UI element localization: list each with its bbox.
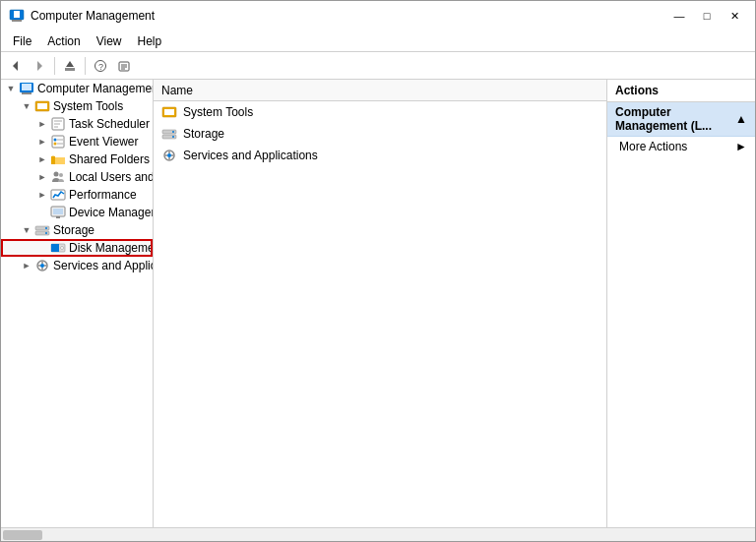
- list-system-tools-icon: [161, 104, 177, 120]
- main-content: ▼ Computer Management (Local ▼: [1, 80, 755, 527]
- svg-point-28: [59, 173, 63, 177]
- task-expander[interactable]: ►: [34, 116, 50, 132]
- menu-help[interactable]: Help: [130, 32, 170, 50]
- computer-icon: [19, 81, 34, 96]
- more-actions-arrow: ►: [735, 140, 747, 153]
- list-item-storage[interactable]: Storage: [154, 123, 606, 145]
- users-expander[interactable]: ►: [34, 169, 50, 185]
- device-expander: [34, 205, 50, 220]
- svg-rect-38: [51, 244, 59, 252]
- services-expander[interactable]: ►: [19, 258, 34, 273]
- svg-rect-43: [164, 109, 174, 115]
- svg-point-45: [172, 131, 174, 133]
- close-button[interactable]: ✕: [722, 6, 747, 26]
- actions-section-computer-mgmt[interactable]: Computer Management (L... ▲: [607, 102, 755, 137]
- shared-folders-icon: [50, 151, 66, 167]
- title-bar-left: Computer Management: [9, 8, 155, 24]
- device-manager-icon: [50, 205, 66, 220]
- svg-point-25: [54, 143, 57, 146]
- tree-event-viewer[interactable]: ► Event Viewer: [1, 133, 153, 151]
- menu-bar: File Action View Help: [1, 30, 755, 52]
- tree-disk-management[interactable]: Disk Management: [1, 239, 153, 257]
- svg-point-39: [61, 247, 64, 250]
- svg-rect-31: [56, 216, 60, 218]
- name-column-header[interactable]: Name: [158, 80, 453, 100]
- tree-shared-folders[interactable]: ► Shared Folders: [1, 151, 153, 168]
- svg-marker-3: [13, 61, 18, 71]
- actions-more-actions[interactable]: More Actions ►: [607, 137, 755, 156]
- tree-root[interactable]: ▼ Computer Management (Local: [1, 80, 153, 97]
- event-viewer-label: Event Viewer: [69, 135, 138, 149]
- tree-panel: ▼ Computer Management (Local ▼: [1, 80, 154, 527]
- tree-system-tools[interactable]: ▼ System Tools: [1, 97, 153, 115]
- svg-rect-14: [22, 92, 32, 94]
- tree-root-label: Computer Management (Local: [37, 82, 154, 95]
- svg-rect-32: [53, 209, 63, 214]
- svg-text:?: ?: [98, 62, 103, 72]
- menu-file[interactable]: File: [5, 32, 39, 50]
- performance-label: Performance: [69, 188, 137, 202]
- menu-action[interactable]: Action: [39, 32, 88, 50]
- disk-management-label: Disk Management: [69, 241, 154, 255]
- shared-expander[interactable]: ►: [34, 151, 50, 167]
- svg-point-47: [172, 136, 174, 138]
- actions-section-label: Computer Management (L...: [615, 105, 735, 133]
- tree-device-manager[interactable]: Device Manager: [1, 204, 153, 221]
- more-actions-label: More Actions: [619, 140, 687, 153]
- toolbar: ?: [1, 52, 755, 80]
- help2-button[interactable]: [113, 55, 135, 77]
- storage-expander[interactable]: ▼: [19, 222, 34, 238]
- scrollbar-thumb[interactable]: [3, 530, 42, 540]
- list-storage-label: Storage: [183, 127, 224, 141]
- list-item-services[interactable]: Services and Applications: [154, 145, 606, 166]
- actions-header: Actions: [607, 80, 755, 102]
- local-users-icon: [50, 169, 66, 185]
- minimize-button[interactable]: —: [666, 6, 692, 26]
- app-icon: [9, 8, 25, 24]
- svg-rect-17: [37, 103, 47, 109]
- tree-storage[interactable]: ▼ Storage: [1, 221, 153, 239]
- performance-icon: [50, 187, 66, 203]
- event-viewer-icon: [50, 134, 66, 150]
- toolbar-sep2: [85, 57, 86, 75]
- maximize-button[interactable]: □: [694, 6, 720, 26]
- svg-rect-5: [65, 68, 75, 71]
- disk-management-icon: [50, 240, 66, 256]
- tree-task-scheduler[interactable]: ► Task Scheduler: [1, 115, 153, 133]
- services-apps-label: Services and Applications: [53, 259, 154, 272]
- svg-rect-2: [14, 11, 20, 18]
- center-panel: Name System Tools: [154, 80, 607, 527]
- up-button[interactable]: [59, 55, 81, 77]
- task-scheduler-label: Task Scheduler: [69, 117, 150, 131]
- system-tools-icon: [34, 98, 50, 114]
- perf-expander[interactable]: ►: [34, 187, 50, 203]
- task-scheduler-icon: [50, 116, 66, 132]
- toolbar-sep1: [54, 57, 55, 75]
- root-expander[interactable]: ▼: [3, 81, 19, 96]
- svg-point-36: [45, 232, 47, 234]
- services-icon: [34, 258, 50, 273]
- local-users-label: Local Users and Groups: [69, 170, 154, 184]
- forward-button[interactable]: [29, 55, 50, 77]
- system-tools-label: System Tools: [53, 99, 123, 113]
- event-expander[interactable]: ►: [34, 134, 50, 150]
- window-controls: — □ ✕: [666, 6, 747, 26]
- menu-view[interactable]: View: [89, 32, 130, 50]
- actions-section-arrow: ▲: [735, 112, 747, 126]
- help1-button[interactable]: ?: [90, 55, 111, 77]
- tree-local-users[interactable]: ► Local Users and Groups: [1, 168, 153, 186]
- main-window: Computer Management — □ ✕ File Action Vi…: [0, 0, 756, 542]
- system-tools-expander[interactable]: ▼: [19, 98, 34, 114]
- svg-marker-6: [66, 61, 74, 67]
- list-item-system-tools[interactable]: System Tools: [154, 101, 606, 123]
- storage-icon: [34, 222, 50, 238]
- horizontal-scrollbar[interactable]: [1, 527, 755, 541]
- title-bar: Computer Management — □ ✕: [1, 1, 755, 30]
- tree-services-apps[interactable]: ► Services and Applications: [1, 257, 153, 274]
- list-system-tools-label: System Tools: [183, 105, 253, 119]
- device-manager-label: Device Manager: [69, 206, 154, 219]
- list-services-icon: [161, 148, 177, 163]
- window-title: Computer Management: [31, 9, 155, 23]
- tree-performance[interactable]: ► Performance: [1, 186, 153, 204]
- back-button[interactable]: [5, 55, 27, 77]
